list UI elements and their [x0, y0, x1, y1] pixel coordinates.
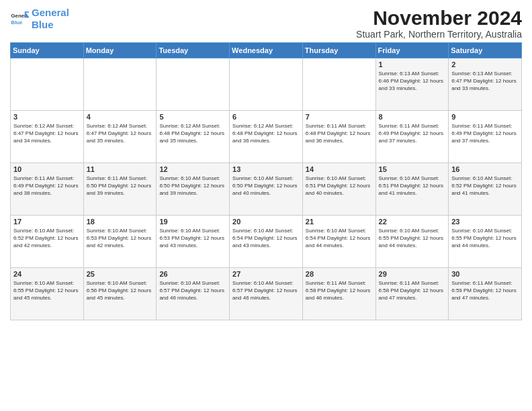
page-container: General Blue General Blue November 2024 …: [0, 0, 532, 324]
day-info: Sunrise: 6:11 AM Sunset: 6:59 PM Dayligh…: [451, 279, 519, 302]
day-number: 14: [306, 165, 373, 173]
calendar-day: 24Sunrise: 6:10 AM Sunset: 6:55 PM Dayli…: [11, 268, 84, 320]
day-number: 25: [87, 270, 154, 278]
day-info: Sunrise: 6:10 AM Sunset: 6:50 PM Dayligh…: [159, 175, 226, 197]
calendar-day: 15Sunrise: 6:10 AM Sunset: 6:51 PM Dayli…: [375, 163, 449, 216]
day-number: 7: [306, 113, 373, 121]
calendar-day: 25Sunrise: 6:10 AM Sunset: 6:56 PM Dayli…: [83, 268, 157, 320]
page-subtitle: Stuart Park, Northern Territory, Austral…: [356, 29, 522, 40]
day-number: 26: [159, 270, 226, 278]
day-number: 1: [379, 60, 446, 68]
day-number: 15: [379, 165, 446, 173]
calendar-day: [230, 58, 303, 111]
day-number: 24: [13, 270, 81, 278]
calendar-day: [302, 58, 375, 111]
calendar-day: 9Sunrise: 6:11 AM Sunset: 6:49 PM Daylig…: [449, 111, 522, 163]
logo: General Blue General Blue: [10, 7, 69, 31]
col-thursday: Thursday: [302, 43, 375, 58]
day-number: 18: [87, 218, 154, 226]
day-info: Sunrise: 6:10 AM Sunset: 6:52 PM Dayligh…: [13, 227, 81, 250]
day-number: 2: [451, 60, 519, 68]
calendar-day: 21Sunrise: 6:10 AM Sunset: 6:54 PM Dayli…: [302, 216, 375, 268]
calendar-day: 18Sunrise: 6:10 AM Sunset: 6:53 PM Dayli…: [83, 216, 157, 268]
day-info: Sunrise: 6:10 AM Sunset: 6:51 PM Dayligh…: [306, 175, 373, 197]
logo-text: General Blue: [32, 7, 69, 31]
day-number: 12: [159, 165, 226, 173]
day-number: 27: [232, 270, 300, 278]
day-info: Sunrise: 6:11 AM Sunset: 6:58 PM Dayligh…: [379, 279, 446, 302]
calendar-week-4: 17Sunrise: 6:10 AM Sunset: 6:52 PM Dayli…: [11, 216, 522, 268]
day-number: 4: [87, 113, 154, 121]
day-info: Sunrise: 6:10 AM Sunset: 6:55 PM Dayligh…: [379, 227, 446, 250]
day-info: Sunrise: 6:12 AM Sunset: 6:47 PM Dayligh…: [87, 122, 154, 145]
calendar-header-row: Sunday Monday Tuesday Wednesday Thursday…: [11, 43, 522, 58]
logo-line2: Blue: [32, 19, 54, 30]
calendar-day: 1Sunrise: 6:13 AM Sunset: 6:46 PM Daylig…: [375, 58, 449, 111]
col-wednesday: Wednesday: [230, 43, 303, 58]
calendar-day: 2Sunrise: 6:13 AM Sunset: 6:47 PM Daylig…: [449, 58, 522, 111]
calendar-day: 16Sunrise: 6:10 AM Sunset: 6:52 PM Dayli…: [449, 163, 522, 216]
calendar-day: 22Sunrise: 6:10 AM Sunset: 6:55 PM Dayli…: [375, 216, 449, 268]
col-monday: Monday: [83, 43, 157, 58]
calendar-day: 7Sunrise: 6:11 AM Sunset: 6:48 PM Daylig…: [302, 111, 375, 163]
day-info: Sunrise: 6:13 AM Sunset: 6:46 PM Dayligh…: [379, 70, 446, 93]
calendar-day: 8Sunrise: 6:11 AM Sunset: 6:49 PM Daylig…: [375, 111, 449, 163]
day-number: 8: [379, 113, 446, 121]
day-number: 6: [232, 113, 300, 121]
day-info: Sunrise: 6:12 AM Sunset: 6:48 PM Dayligh…: [232, 122, 300, 145]
calendar-day: 20Sunrise: 6:10 AM Sunset: 6:54 PM Dayli…: [230, 216, 303, 268]
day-info: Sunrise: 6:10 AM Sunset: 6:54 PM Dayligh…: [232, 227, 300, 250]
day-number: 30: [451, 270, 519, 278]
day-info: Sunrise: 6:10 AM Sunset: 6:52 PM Dayligh…: [451, 175, 519, 197]
calendar-day: 17Sunrise: 6:10 AM Sunset: 6:52 PM Dayli…: [11, 216, 84, 268]
col-friday: Friday: [375, 43, 449, 58]
col-sunday: Sunday: [11, 43, 84, 58]
logo-line1: General: [32, 7, 69, 18]
day-info: Sunrise: 6:11 AM Sunset: 6:49 PM Dayligh…: [13, 175, 81, 197]
day-info: Sunrise: 6:10 AM Sunset: 6:53 PM Dayligh…: [87, 227, 154, 250]
day-info: Sunrise: 6:12 AM Sunset: 6:48 PM Dayligh…: [159, 122, 226, 145]
calendar-week-5: 24Sunrise: 6:10 AM Sunset: 6:55 PM Dayli…: [11, 268, 522, 320]
day-number: 13: [232, 165, 300, 173]
day-info: Sunrise: 6:10 AM Sunset: 6:57 PM Dayligh…: [159, 279, 226, 302]
day-info: Sunrise: 6:11 AM Sunset: 6:58 PM Dayligh…: [306, 279, 373, 302]
calendar-day: 11Sunrise: 6:11 AM Sunset: 6:50 PM Dayli…: [83, 163, 157, 216]
day-info: Sunrise: 6:10 AM Sunset: 6:54 PM Dayligh…: [306, 227, 373, 250]
calendar-day: 13Sunrise: 6:10 AM Sunset: 6:50 PM Dayli…: [230, 163, 303, 216]
calendar-day: 30Sunrise: 6:11 AM Sunset: 6:59 PM Dayli…: [449, 268, 522, 320]
day-info: Sunrise: 6:10 AM Sunset: 6:55 PM Dayligh…: [451, 227, 519, 250]
day-number: 3: [13, 113, 81, 121]
calendar-day: 23Sunrise: 6:10 AM Sunset: 6:55 PM Dayli…: [449, 216, 522, 268]
day-info: Sunrise: 6:10 AM Sunset: 6:50 PM Dayligh…: [232, 175, 300, 197]
day-number: 9: [451, 113, 519, 121]
day-number: 10: [13, 165, 81, 173]
day-info: Sunrise: 6:11 AM Sunset: 6:48 PM Dayligh…: [306, 122, 373, 145]
day-number: 29: [379, 270, 446, 278]
day-info: Sunrise: 6:10 AM Sunset: 6:53 PM Dayligh…: [159, 227, 226, 250]
day-info: Sunrise: 6:10 AM Sunset: 6:56 PM Dayligh…: [87, 279, 154, 302]
calendar-day: 4Sunrise: 6:12 AM Sunset: 6:47 PM Daylig…: [83, 111, 157, 163]
calendar-day: 26Sunrise: 6:10 AM Sunset: 6:57 PM Dayli…: [157, 268, 230, 320]
day-info: Sunrise: 6:10 AM Sunset: 6:57 PM Dayligh…: [232, 279, 300, 302]
day-number: 16: [451, 165, 519, 173]
day-number: 20: [232, 218, 300, 226]
calendar-day: 3Sunrise: 6:12 AM Sunset: 6:47 PM Daylig…: [11, 111, 84, 163]
day-number: 23: [451, 218, 519, 226]
calendar-day: 19Sunrise: 6:10 AM Sunset: 6:53 PM Dayli…: [157, 216, 230, 268]
calendar-day: 12Sunrise: 6:10 AM Sunset: 6:50 PM Dayli…: [157, 163, 230, 216]
calendar-week-1: 1Sunrise: 6:13 AM Sunset: 6:46 PM Daylig…: [11, 58, 522, 111]
calendar-day: 5Sunrise: 6:12 AM Sunset: 6:48 PM Daylig…: [157, 111, 230, 163]
day-number: 21: [306, 218, 373, 226]
calendar-table: Sunday Monday Tuesday Wednesday Thursday…: [10, 42, 522, 320]
calendar-day: 10Sunrise: 6:11 AM Sunset: 6:49 PM Dayli…: [11, 163, 84, 216]
calendar-day: 28Sunrise: 6:11 AM Sunset: 6:58 PM Dayli…: [302, 268, 375, 320]
calendar-day: [11, 58, 84, 111]
day-info: Sunrise: 6:12 AM Sunset: 6:47 PM Dayligh…: [13, 122, 81, 145]
col-saturday: Saturday: [449, 43, 522, 58]
day-number: 5: [159, 113, 226, 121]
day-info: Sunrise: 6:10 AM Sunset: 6:55 PM Dayligh…: [13, 279, 81, 302]
day-number: 11: [87, 165, 154, 173]
calendar-day: 27Sunrise: 6:10 AM Sunset: 6:57 PM Dayli…: [230, 268, 303, 320]
calendar-day: 29Sunrise: 6:11 AM Sunset: 6:58 PM Dayli…: [375, 268, 449, 320]
calendar-day: [157, 58, 230, 111]
